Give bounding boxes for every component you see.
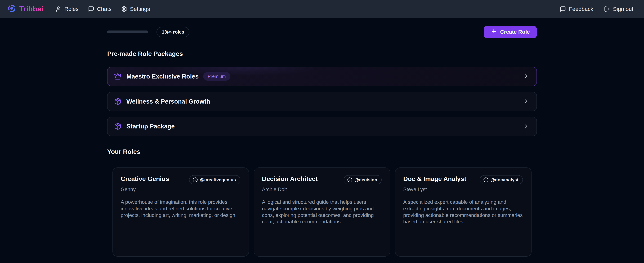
- nav-item-chats[interactable]: Chats: [88, 6, 112, 12]
- plus-icon: [491, 28, 497, 36]
- role-handle-badge[interactable]: @creativegenius: [189, 175, 240, 184]
- role-description: A powerhouse of imagination, this role p…: [121, 199, 240, 218]
- role-description: A logical and structured guide that help…: [262, 199, 382, 225]
- top-navbar: Tribbai Roles Chats: [0, 0, 644, 18]
- feedback-button[interactable]: Feedback: [560, 6, 593, 12]
- sign-out-button[interactable]: Sign out: [604, 6, 634, 12]
- package-card-wellness[interactable]: Wellness & Personal Growth: [107, 92, 537, 111]
- role-handle: @decision: [354, 177, 377, 182]
- info-icon: [347, 177, 352, 182]
- roles-count-badge: 13/∞ roles: [156, 27, 190, 37]
- role-card-header: Doc & Image Analyst @docanalyst: [403, 175, 523, 184]
- packages-section-title: Pre-made Role Packages: [107, 50, 537, 57]
- nav-right: Feedback Sign out: [560, 6, 633, 12]
- brand-logo-icon: [8, 4, 16, 14]
- user-icon: [55, 6, 62, 12]
- role-handle-badge[interactable]: @decision: [344, 175, 382, 184]
- chevron-right-icon: [523, 123, 530, 130]
- role-description: A specialized expert capable of analyzin…: [403, 199, 523, 225]
- role-card-header: Decision Architect @decision: [262, 175, 382, 184]
- package-icon: [114, 123, 122, 130]
- role-card-doc-image-analyst[interactable]: Doc & Image Analyst @docanalyst Steve Ly…: [395, 167, 532, 257]
- role-card-creative-genius[interactable]: Creative Genius @creativegenius Genny A …: [112, 167, 249, 257]
- roles-toolbar: 13/∞ roles Create Role: [107, 26, 537, 38]
- your-roles-section-title: Your Roles: [107, 148, 537, 155]
- sign-out-label: Sign out: [613, 6, 634, 12]
- chevron-right-icon: [523, 98, 530, 105]
- brand-logo[interactable]: Tribbai: [8, 4, 44, 14]
- role-handle-badge[interactable]: @docanalyst: [480, 175, 523, 184]
- package-card-maestro[interactable]: Maestro Exclusive Roles Premium: [107, 67, 537, 86]
- info-icon: [193, 177, 198, 182]
- package-title: Wellness & Personal Growth: [126, 98, 210, 105]
- nav-item-roles[interactable]: Roles: [55, 6, 78, 12]
- chat-icon: [88, 6, 94, 12]
- crown-icon: [114, 73, 122, 80]
- role-title: Decision Architect: [262, 175, 318, 183]
- role-subtitle: Genny: [121, 186, 240, 192]
- roles-grid: Creative Genius @creativegenius Genny A …: [107, 167, 537, 257]
- package-title: Maestro Exclusive Roles: [126, 73, 199, 80]
- create-role-label: Create Role: [500, 29, 530, 35]
- feedback-label: Feedback: [569, 6, 594, 12]
- role-subtitle: Steve Lyst: [403, 186, 523, 192]
- create-role-button[interactable]: Create Role: [484, 26, 537, 38]
- feedback-icon: [560, 6, 566, 12]
- role-subtitle: Archie Doit: [262, 186, 382, 192]
- roles-usage: 13/∞ roles: [107, 27, 190, 37]
- nav-links: Roles Chats Settings: [55, 6, 150, 12]
- role-card-header: Creative Genius @creativegenius: [121, 175, 240, 184]
- info-icon: [483, 177, 488, 182]
- role-card-decision-architect[interactable]: Decision Architect @decision Archie Doit…: [254, 167, 390, 257]
- package-title: Startup Package: [126, 123, 175, 130]
- gear-icon: [121, 6, 127, 12]
- premium-badge: Premium: [203, 72, 230, 80]
- roles-progress-bar: [107, 30, 148, 33]
- package-card-startup[interactable]: Startup Package: [107, 117, 537, 136]
- role-handle: @creativegenius: [200, 177, 236, 182]
- nav-item-label: Roles: [64, 6, 78, 12]
- main-content: 13/∞ roles Create Role Pre-made Role Pac…: [107, 26, 537, 263]
- package-icon: [114, 98, 122, 105]
- role-title: Creative Genius: [121, 175, 169, 183]
- role-handle: @docanalyst: [490, 177, 518, 182]
- nav-item-label: Chats: [97, 6, 112, 12]
- nav-item-settings[interactable]: Settings: [121, 6, 150, 12]
- brand-name: Tribbai: [19, 5, 44, 13]
- chevron-right-icon: [523, 73, 530, 80]
- logout-icon: [604, 6, 610, 12]
- role-title: Doc & Image Analyst: [403, 175, 466, 183]
- nav-item-label: Settings: [130, 6, 150, 12]
